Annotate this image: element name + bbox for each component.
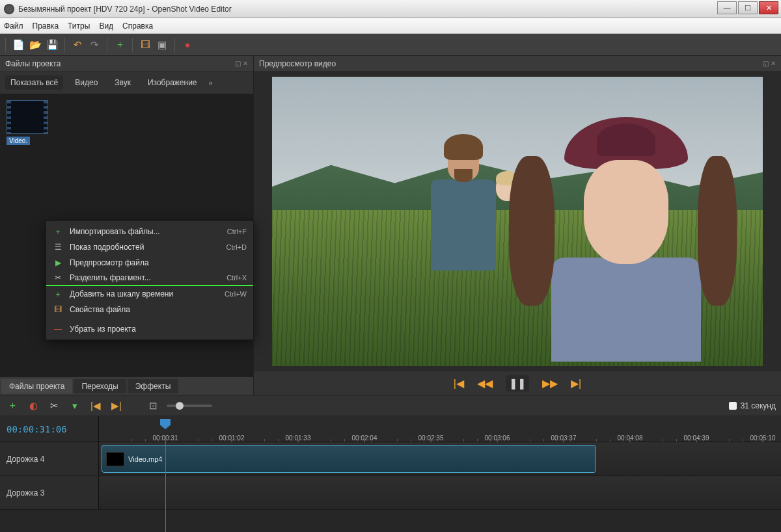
ctx-details[interactable]: ☰ Показ подробностей Ctrl+D [46,239,253,255]
zoom-indicator-icon [729,402,737,410]
ctx-properties[interactable]: 🎞 Свойства файла [46,302,253,317]
list-icon: ☰ [53,243,63,252]
minus-icon: — [53,325,63,334]
ruler-tick: 00:03:37 [551,434,577,442]
export-button[interactable]: ● [180,38,195,52]
filter-show-all[interactable]: Показать всё [5,75,63,90]
panel-tabs: Файлы проекта Переходы Эффекты [0,377,253,395]
track-4-label[interactable]: Дорожка 4 [0,442,99,475]
main-toolbar: 📄 📂 💾 ↶ ↷ ＋ 🎞 ▣ ● [0,34,781,56]
ruler-tick: 00:03:06 [485,434,510,442]
skip-start-button[interactable]: |◀ [454,377,464,390]
zoom-slider[interactable] [167,405,212,407]
panel-dock-controls[interactable]: ◱ ✕ [235,60,248,67]
ctx-add-timeline[interactable]: ＋ Добавить на шкалу времени Ctrl+W [46,286,253,302]
context-menu: ＋ Импортировать файлы... Ctrl+F ☰ Показ … [46,220,254,340]
film-icon: 🎞 [53,305,63,314]
timeline-ruler[interactable]: 00:00:31:06 00:00:3100:01:0200:01:3300:0… [0,416,781,442]
tab-transitions[interactable]: Переходы [74,379,126,393]
plus-icon: ＋ [53,289,63,300]
window-titlebar: Безымянный проект [HDV 720 24p] - OpenSh… [0,0,781,18]
track-3-body[interactable] [99,476,781,509]
preview-title: Предпросмотр видео [259,59,336,68]
ctx-import[interactable]: ＋ Импортировать файлы... Ctrl+F [46,224,253,239]
filter-image[interactable]: Изображение [143,75,202,90]
panel-dock-controls[interactable]: ◱ ✕ [763,60,776,67]
maximize-button[interactable]: ☐ [738,1,758,14]
next-marker-button[interactable]: ▶| [109,399,124,413]
ctx-split[interactable]: ✂ Разделить фрагмент... Ctrl+X [46,271,253,286]
new-project-button[interactable]: 📄 [11,38,25,52]
forward-button[interactable]: ▶▶ [542,377,558,390]
minimize-button[interactable]: — [717,1,737,14]
track-3-label[interactable]: Дорожка 3 [0,476,99,509]
plus-icon: ＋ [53,226,63,237]
menu-titles[interactable]: Титры [68,21,90,31]
ruler-tick: 00:04:08 [618,434,643,442]
video-preview [254,72,781,371]
import-button[interactable]: ＋ [113,38,127,52]
menu-edit[interactable]: Правка [33,21,59,31]
ctx-remove[interactable]: — Убрать из проекта [46,321,253,337]
app-icon [4,4,14,14]
timeline-panel: ＋ ◐ ✂ ▾ |◀ ▶| ⊡ 31 секунд 00:00:31:06 00… [0,395,781,532]
menu-help[interactable]: Справка [122,21,153,31]
play-icon: ▶ [53,258,63,267]
track-4-body[interactable]: Video.mp4 [99,442,781,475]
menu-bar: Файл Правка Титры Вид Справка [0,18,781,34]
playback-controls: |◀ ◀◀ ❚❚ ▶▶ ▶| [254,371,781,395]
tab-project-files[interactable]: Файлы проекта [1,379,72,393]
ruler-tick: 00:02:04 [352,434,377,442]
save-project-button[interactable]: 💾 [45,38,59,52]
track-3: Дорожка 3 [0,476,781,510]
clip-label: Video. [7,137,30,145]
zoom-label: 31 секунд [741,401,776,410]
preview-frame [272,77,763,366]
add-track-button[interactable]: ＋ [5,399,20,413]
preview-panel: Предпросмотр видео ◱ ✕ |◀ ◀◀ ❚❚ ▶▶ ▶| [254,56,781,395]
menu-view[interactable]: Вид [99,21,113,31]
timeline-toolbar: ＋ ◐ ✂ ▾ |◀ ▶| ⊡ 31 секунд [0,395,781,416]
timeline-clip[interactable]: Video.mp4 [102,445,596,473]
ruler-tick: 00:02:35 [418,434,444,442]
menu-file[interactable]: Файл [4,21,23,31]
filter-more-icon[interactable]: » [209,79,213,86]
project-files-panel: Файлы проекта ◱ ✕ Показать всё Видео Зву… [0,56,254,395]
project-files-title: Файлы проекта [5,59,61,68]
ruler-tick: 00:01:33 [286,434,311,442]
filter-video[interactable]: Видео [70,75,103,90]
clip-thumbnail-icon [106,452,124,466]
timecode-display: 00:00:31:06 [0,416,99,442]
razor-button[interactable]: ✂ [47,399,61,413]
clip-thumbnail[interactable] [7,100,48,134]
prev-marker-button[interactable]: |◀ [89,399,103,413]
snap-button[interactable]: ◐ [26,399,40,413]
pause-button[interactable]: ❚❚ [506,375,529,392]
tab-effects[interactable]: Эффекты [128,379,179,393]
fullscreen-button[interactable]: ▣ [155,38,169,52]
clip-name: Video.mp4 [128,455,162,463]
project-files-area[interactable]: Video. ＋ Импортировать файлы... Ctrl+F ☰… [0,94,253,377]
ctx-preview[interactable]: ▶ Предпросмотр файла [46,255,253,271]
undo-button[interactable]: ↶ [70,38,85,52]
track-4: Дорожка 4 Video.mp4 [0,442,781,476]
open-project-button[interactable]: 📂 [28,38,42,52]
filter-audio[interactable]: Звук [109,75,136,90]
ruler-tick: 00:00:31 [153,434,178,442]
marker-button[interactable]: ▾ [68,399,82,413]
center-playhead-button[interactable]: ⊡ [146,399,160,413]
profile-button[interactable]: 🎞 [138,38,152,52]
scissors-icon: ✂ [53,273,63,282]
timeline-tracks: Дорожка 4 Video.mp4 Дорожка 3 [0,442,781,532]
close-button[interactable]: ✕ [759,1,778,14]
window-title: Безымянный проект [HDV 720 24p] - OpenSh… [18,5,232,14]
ruler-tick: 00:04:39 [684,434,709,442]
playhead-marker[interactable] [160,419,171,429]
skip-end-button[interactable]: ▶| [571,377,581,390]
playhead-line [165,442,166,532]
ruler-tick: 00:05:10 [750,434,776,442]
redo-button[interactable]: ↷ [87,38,102,52]
ruler-tick: 00:01:02 [219,434,245,442]
rewind-button[interactable]: ◀◀ [477,377,493,390]
